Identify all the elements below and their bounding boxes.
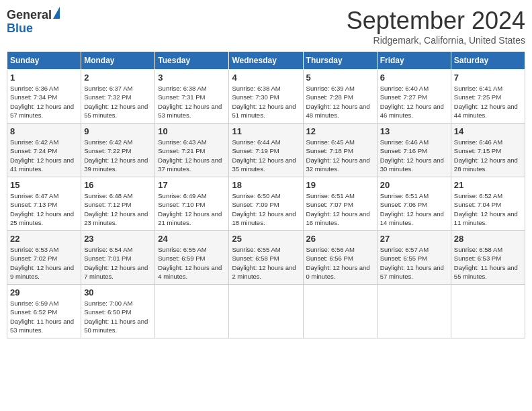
day-number: 23 [84,234,152,244]
calendar-cell: 17Sunrise: 6:49 AM Sunset: 7:10 PM Dayli… [155,177,229,231]
day-detail: Sunrise: 6:38 AM Sunset: 7:31 PM Dayligh… [158,84,226,120]
calendar-cell: 3Sunrise: 6:38 AM Sunset: 7:31 PM Daylig… [155,70,229,124]
calendar-cell: 9Sunrise: 6:42 AM Sunset: 7:22 PM Daylig… [81,124,155,177]
day-number: 24 [158,234,226,244]
header-day-sunday: Sunday [7,52,81,70]
day-number: 7 [454,73,522,83]
day-number: 10 [158,126,226,136]
calendar-cell: 12Sunrise: 6:45 AM Sunset: 7:18 PM Dayli… [303,124,377,177]
day-number: 17 [158,180,226,190]
day-number: 20 [380,180,448,190]
calendar-cell [303,285,377,338]
calendar-cell: 8Sunrise: 6:42 AM Sunset: 7:24 PM Daylig… [7,124,81,177]
calendar-cell: 30Sunrise: 7:00 AM Sunset: 6:50 PM Dayli… [81,285,155,338]
day-number: 14 [454,126,522,136]
day-detail: Sunrise: 6:45 AM Sunset: 7:18 PM Dayligh… [306,138,374,173]
day-detail: Sunrise: 6:47 AM Sunset: 7:13 PM Dayligh… [10,191,78,227]
header-day-wednesday: Wednesday [229,52,303,70]
calendar-cell [451,285,525,338]
day-detail: Sunrise: 6:39 AM Sunset: 7:28 PM Dayligh… [306,84,374,120]
day-number: 8 [10,126,78,136]
calendar-cell: 1Sunrise: 6:36 AM Sunset: 7:34 PM Daylig… [7,70,81,124]
day-number: 15 [10,180,78,190]
logo-general: General [7,8,52,21]
day-number: 27 [380,234,448,244]
day-detail: Sunrise: 6:41 AM Sunset: 7:25 PM Dayligh… [454,84,522,120]
day-detail: Sunrise: 7:00 AM Sunset: 6:50 PM Dayligh… [84,299,152,334]
header-day-thursday: Thursday [303,52,377,70]
calendar-cell: 14Sunrise: 6:46 AM Sunset: 7:15 PM Dayli… [451,124,525,177]
day-number: 13 [380,126,448,136]
day-number: 29 [10,287,78,298]
day-number: 28 [454,234,522,244]
day-number: 6 [380,73,448,83]
header-day-tuesday: Tuesday [155,52,229,70]
calendar-header-row: SundayMondayTuesdayWednesdayThursdayFrid… [7,52,525,70]
day-number: 30 [84,287,152,298]
calendar-week-4: 29Sunrise: 6:59 AM Sunset: 6:52 PM Dayli… [7,285,525,338]
page-header: General Blue September 2024 Ridgemark, C… [7,7,525,46]
day-detail: Sunrise: 6:37 AM Sunset: 7:32 PM Dayligh… [84,84,152,120]
calendar-cell: 26Sunrise: 6:56 AM Sunset: 6:56 PM Dayli… [303,231,377,285]
calendar-cell: 28Sunrise: 6:58 AM Sunset: 6:53 PM Dayli… [451,231,525,285]
day-detail: Sunrise: 6:58 AM Sunset: 6:53 PM Dayligh… [454,245,522,281]
day-number: 25 [232,234,300,244]
day-detail: Sunrise: 6:42 AM Sunset: 7:22 PM Dayligh… [84,138,152,173]
day-detail: Sunrise: 6:51 AM Sunset: 7:06 PM Dayligh… [380,191,448,227]
calendar-cell: 23Sunrise: 6:54 AM Sunset: 7:01 PM Dayli… [81,231,155,285]
day-number: 3 [158,73,226,83]
day-detail: Sunrise: 6:56 AM Sunset: 6:56 PM Dayligh… [306,245,374,281]
day-number: 21 [454,180,522,190]
logo-blue: Blue [7,21,33,35]
day-number: 4 [232,73,300,83]
month-title: September 2024 [347,7,525,35]
header-day-monday: Monday [81,52,155,70]
day-number: 22 [10,234,78,244]
day-number: 1 [10,73,78,83]
day-detail: Sunrise: 6:53 AM Sunset: 7:02 PM Dayligh… [10,245,78,281]
day-number: 5 [306,73,374,83]
calendar-week-0: 1Sunrise: 6:36 AM Sunset: 7:34 PM Daylig… [7,70,525,124]
day-detail: Sunrise: 6:42 AM Sunset: 7:24 PM Dayligh… [10,138,78,173]
day-detail: Sunrise: 6:59 AM Sunset: 6:52 PM Dayligh… [10,299,78,334]
day-detail: Sunrise: 6:55 AM Sunset: 6:58 PM Dayligh… [232,245,300,281]
day-detail: Sunrise: 6:50 AM Sunset: 7:09 PM Dayligh… [232,191,300,227]
day-number: 18 [232,180,300,190]
day-detail: Sunrise: 6:43 AM Sunset: 7:21 PM Dayligh… [158,138,226,173]
header-day-friday: Friday [377,52,451,70]
calendar-cell: 21Sunrise: 6:52 AM Sunset: 7:04 PM Dayli… [451,177,525,231]
calendar-cell [377,285,451,338]
calendar-cell: 15Sunrise: 6:47 AM Sunset: 7:13 PM Dayli… [7,177,81,231]
day-number: 9 [84,126,152,136]
calendar-cell [229,285,303,338]
day-detail: Sunrise: 6:36 AM Sunset: 7:34 PM Dayligh… [10,84,78,120]
calendar-cell: 11Sunrise: 6:44 AM Sunset: 7:19 PM Dayli… [229,124,303,177]
calendar-cell: 10Sunrise: 6:43 AM Sunset: 7:21 PM Dayli… [155,124,229,177]
calendar-cell: 2Sunrise: 6:37 AM Sunset: 7:32 PM Daylig… [81,70,155,124]
logo-triangle-icon [53,7,60,19]
day-detail: Sunrise: 6:46 AM Sunset: 7:15 PM Dayligh… [454,138,522,173]
calendar-cell: 25Sunrise: 6:55 AM Sunset: 6:58 PM Dayli… [229,231,303,285]
calendar-cell: 19Sunrise: 6:51 AM Sunset: 7:07 PM Dayli… [303,177,377,231]
day-detail: Sunrise: 6:38 AM Sunset: 7:30 PM Dayligh… [232,84,300,120]
day-number: 19 [306,180,374,190]
day-number: 11 [232,126,300,136]
calendar-week-3: 22Sunrise: 6:53 AM Sunset: 7:02 PM Dayli… [7,231,525,285]
calendar-cell: 6Sunrise: 6:40 AM Sunset: 7:27 PM Daylig… [377,70,451,124]
day-detail: Sunrise: 6:57 AM Sunset: 6:55 PM Dayligh… [380,245,448,281]
calendar-cell: 16Sunrise: 6:48 AM Sunset: 7:12 PM Dayli… [81,177,155,231]
calendar-week-2: 15Sunrise: 6:47 AM Sunset: 7:13 PM Dayli… [7,177,525,231]
calendar-table: SundayMondayTuesdayWednesdayThursdayFrid… [7,51,525,338]
day-number: 26 [306,234,374,244]
calendar-cell: 7Sunrise: 6:41 AM Sunset: 7:25 PM Daylig… [451,70,525,124]
calendar-cell: 13Sunrise: 6:46 AM Sunset: 7:16 PM Dayli… [377,124,451,177]
day-detail: Sunrise: 6:49 AM Sunset: 7:10 PM Dayligh… [158,191,226,227]
day-detail: Sunrise: 6:51 AM Sunset: 7:07 PM Dayligh… [306,191,374,227]
title-block: September 2024 Ridgemark, California, Un… [347,7,525,46]
calendar-week-1: 8Sunrise: 6:42 AM Sunset: 7:24 PM Daylig… [7,124,525,177]
calendar-cell: 18Sunrise: 6:50 AM Sunset: 7:09 PM Dayli… [229,177,303,231]
calendar-cell: 22Sunrise: 6:53 AM Sunset: 7:02 PM Dayli… [7,231,81,285]
location: Ridgemark, California, United States [347,35,525,46]
day-detail: Sunrise: 6:54 AM Sunset: 7:01 PM Dayligh… [84,245,152,281]
day-detail: Sunrise: 6:44 AM Sunset: 7:19 PM Dayligh… [232,138,300,173]
